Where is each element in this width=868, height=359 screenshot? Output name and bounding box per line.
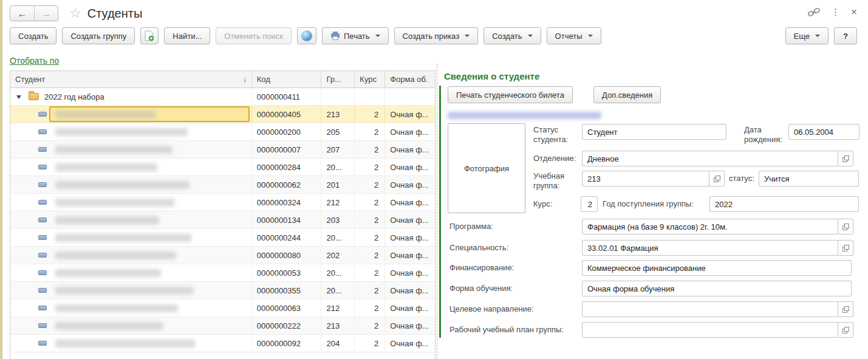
cell-group[interactable]: 201 <box>321 176 355 193</box>
cell-form[interactable]: Очная ф... <box>385 141 435 158</box>
cell-form[interactable]: Очная ф... <box>385 282 435 299</box>
cell-student-name[interactable] <box>10 106 252 123</box>
cell-form[interactable]: Очная ф... <box>385 106 435 123</box>
cell-form[interactable]: Очная ф... <box>385 264 435 281</box>
link-icon[interactable] <box>808 7 820 17</box>
cell-student-name[interactable] <box>10 317 252 334</box>
cell-group[interactable]: 20... <box>321 229 355 246</box>
cell-student-name[interactable] <box>10 282 252 299</box>
cell-course[interactable]: 2 <box>355 194 385 211</box>
department-field[interactable]: Дневное <box>582 151 838 166</box>
cell-group[interactable]: 213 <box>321 317 355 334</box>
program-choose-button[interactable] <box>838 219 853 234</box>
table-row[interactable]: 00000003242122Очная ф... <box>10 194 435 211</box>
photo-placeholder[interactable]: Фотография <box>448 123 525 213</box>
cell-group[interactable]: 20... <box>321 264 355 281</box>
cell-student-name[interactable] <box>10 123 252 140</box>
cell-group[interactable]: 204 <box>321 335 355 352</box>
table-row[interactable]: 00000004052132Очная ф... <box>10 106 435 123</box>
reports-menu-button[interactable]: Отчеты <box>547 27 601 44</box>
cell-student-name[interactable] <box>10 159 252 176</box>
birth-date-field[interactable]: 06.05.2004 <box>788 124 859 140</box>
cell-code[interactable]: 0000000244 <box>252 229 322 246</box>
panel-splitter[interactable] <box>437 64 437 359</box>
cell-code[interactable]: 0000000405 <box>252 106 322 123</box>
study-plan-choose-button[interactable] <box>838 322 853 338</box>
table-row[interactable]: 00000000622012Очная ф... <box>10 176 435 194</box>
edu-form-field[interactable]: Очная форма обучения <box>582 281 852 296</box>
cell-form[interactable]: Очная ф... <box>385 299 435 316</box>
cell-group[interactable]: 207 <box>321 141 355 158</box>
cell-course[interactable]: 2 <box>355 299 385 316</box>
cell-group-name[interactable]: 2022 год набора <box>10 88 252 105</box>
cell-group[interactable]: 205 <box>321 123 355 140</box>
tree-expander-icon[interactable] <box>16 95 21 101</box>
cell-student-name[interactable] <box>10 264 252 281</box>
cell-form[interactable]: Очная ф... <box>385 159 435 176</box>
copy-item-button[interactable] <box>140 27 159 44</box>
help-button[interactable]: ? <box>834 27 857 44</box>
cell-group[interactable]: 212 <box>321 194 355 211</box>
cell-form[interactable]: Очная ф... <box>385 123 435 140</box>
cell-course[interactable]: 2 <box>355 335 385 352</box>
cell-form[interactable]: Очная ф... <box>385 335 435 352</box>
cell-student-name[interactable] <box>10 299 252 316</box>
back-button[interactable]: ← <box>10 6 34 21</box>
table-row[interactable]: 000000035520...2Очная ф... <box>10 282 435 299</box>
study-plan-field[interactable] <box>582 322 838 338</box>
cell-student-name[interactable] <box>10 211 252 228</box>
target-direction-field[interactable] <box>582 301 838 317</box>
cell-form[interactable]: Очная ф... <box>385 176 435 193</box>
table-row[interactable]: 00000002002052Очная ф... <box>10 123 435 141</box>
table-row[interactable]: 00000000632122Очная ф... <box>10 299 435 317</box>
cell-form[interactable]: Очная ф... <box>385 211 435 228</box>
cell-form[interactable]: Очная ф... <box>385 229 435 246</box>
table-row[interactable]: 00000000802022Очная ф... <box>10 247 435 264</box>
specialty-field[interactable]: 33.02.01 Фармация <box>582 240 838 256</box>
filter-by-link[interactable]: Отобрать по <box>10 56 59 66</box>
cell-course[interactable]: 2 <box>355 282 385 299</box>
cell-course[interactable]: 2 <box>355 176 385 193</box>
table-row[interactable]: 00000000922042Очная ф... <box>10 335 435 352</box>
column-header-course[interactable]: Курс <box>355 71 385 87</box>
cell-course[interactable]: 2 <box>355 247 385 264</box>
cell-code[interactable]: 0000000053 <box>252 264 322 281</box>
cell-form[interactable] <box>385 88 435 105</box>
cell-student-name[interactable] <box>10 194 252 211</box>
program-field[interactable]: Фармация (на базе 9 классов) 2г. 10м. <box>582 219 838 234</box>
cell-code[interactable]: 0000000134 <box>252 211 322 228</box>
column-header-code[interactable]: Код <box>252 71 322 87</box>
create-menu-button[interactable]: Создать <box>484 27 541 44</box>
forward-button[interactable]: → <box>34 6 58 21</box>
cell-code[interactable]: 0000000222 <box>252 317 322 334</box>
cell-code[interactable]: 0000000411 <box>252 88 322 105</box>
cell-course[interactable]: 2 <box>355 106 385 123</box>
cell-course[interactable] <box>355 88 385 105</box>
department-choose-button[interactable] <box>838 151 853 166</box>
cell-course[interactable]: 2 <box>355 123 385 140</box>
cell-group[interactable]: 212 <box>321 299 355 316</box>
print-student-card-button[interactable]: Печать студенческого билета <box>448 86 573 103</box>
cell-code[interactable]: 0000000355 <box>252 282 322 299</box>
table-row[interactable]: 00000001342032Очная ф... <box>10 211 435 229</box>
cell-course[interactable]: 2 <box>355 141 385 158</box>
financing-field[interactable]: Коммерческое финансирование <box>582 260 852 276</box>
column-header-student[interactable]: Студент ↓ <box>10 71 252 87</box>
table-row[interactable]: 000000028420...2Очная ф... <box>10 159 435 176</box>
create-group-button[interactable]: Создать группу <box>62 27 135 44</box>
close-icon[interactable]: × <box>851 8 857 16</box>
cell-student-name[interactable] <box>10 335 252 352</box>
column-header-form[interactable]: Форма об. <box>385 71 435 87</box>
cell-student-name[interactable] <box>10 229 252 246</box>
cell-student-name[interactable] <box>10 247 252 264</box>
cell-student-name[interactable] <box>10 141 252 158</box>
cell-group[interactable]: 202 <box>321 247 355 264</box>
target-direction-choose-button[interactable] <box>838 301 853 317</box>
print-menu-button[interactable]: Печать <box>322 27 389 44</box>
cell-code[interactable]: 0000000080 <box>252 247 322 264</box>
specialty-choose-button[interactable] <box>838 240 853 256</box>
cell-code[interactable]: 0000000007 <box>252 141 322 158</box>
table-row[interactable]: 00000000072072Очная ф... <box>10 141 435 159</box>
cancel-search-button[interactable]: Отменить поиск <box>216 27 292 44</box>
cell-code[interactable]: 0000000062 <box>252 176 322 193</box>
